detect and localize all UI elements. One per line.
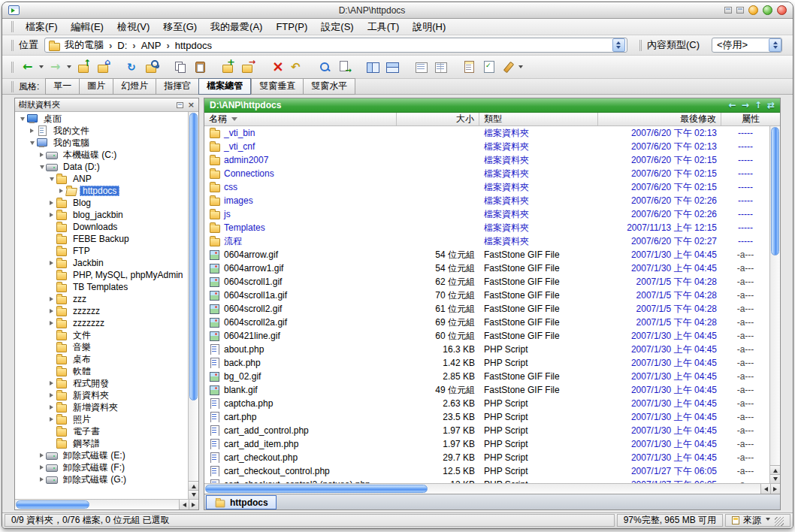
column-header-type[interactable]: 類型 (479, 113, 598, 125)
edit-button-icon[interactable] (498, 58, 518, 76)
tree-item[interactable]: zzz (15, 293, 188, 305)
file-row[interactable]: 0604scroll2.gif 61 位元組 FastStone GIF Fil… (204, 302, 769, 316)
style-tab[interactable]: 單一 (45, 78, 79, 95)
file-row[interactable]: bg_02.gif 2.85 KB FastStone GIF File 200… (204, 370, 769, 383)
toolbar-grip[interactable] (639, 40, 642, 51)
copy-to-folder-button-icon[interactable] (219, 58, 238, 76)
breadcrumb[interactable]: 我的電腦D:ANPhttpdocs (44, 38, 627, 53)
search-button-icon[interactable] (315, 58, 334, 76)
scrollbar-thumb[interactable] (205, 485, 428, 493)
title-bar[interactable]: D:\ANP\httpdocs (2, 2, 793, 19)
file-row[interactable]: css 檔案資料夾 2007/6/20 下午 02:15 ----- (204, 180, 769, 194)
scrollbar-thumb[interactable] (771, 127, 779, 255)
nav-forward-icon[interactable]: → (742, 101, 749, 110)
file-row[interactable]: cart_checkout_control.php 12.5 KB PHP Sc… (204, 464, 769, 478)
fullscreen-icon[interactable] (736, 7, 744, 14)
file-vertical-scrollbar[interactable] (769, 126, 780, 483)
tree-item[interactable]: 本機磁碟 (C:) (15, 149, 188, 161)
details-view-button-icon[interactable] (411, 58, 431, 76)
expand-arrow-icon[interactable] (57, 189, 65, 193)
tree-item[interactable]: Downloads (15, 221, 188, 233)
export-button-icon[interactable] (334, 58, 354, 76)
scroll-up-button[interactable] (770, 465, 780, 474)
file-row[interactable]: 0604arrow1.gif 54 位元組 FastStone GIF File… (204, 261, 769, 275)
menu-item[interactable]: 檢視(V) (110, 19, 156, 35)
file-row[interactable]: 0604scroll2a.gif 69 位元組 FastStone GIF Fi… (204, 316, 769, 329)
file-horizontal-scrollbar[interactable] (204, 483, 780, 494)
tree-item[interactable]: 卸除式磁碟 (G:) (15, 473, 188, 485)
source-selector[interactable]: 來源 (725, 514, 790, 527)
menu-item[interactable]: 工具(T) (361, 19, 407, 35)
expand-arrow-icon[interactable] (47, 309, 56, 313)
tree-item[interactable]: 卸除式磁碟 (F:) (15, 461, 188, 473)
file-row[interactable]: Templates 檔案資料夾 2007/11/13 上午 12:15 ----… (204, 221, 769, 234)
toolbar-grip[interactable] (11, 21, 14, 32)
breadcrumb-item[interactable]: D: (104, 40, 127, 51)
tree-item[interactable]: 桌布 (15, 353, 188, 365)
file-row[interactable]: _vti_cnf 檔案資料夾 2007/6/20 下午 02:13 ----- (204, 140, 769, 153)
toolbar-grip[interactable] (11, 62, 14, 73)
breadcrumb-item[interactable]: 我的電腦 (65, 38, 104, 52)
file-row[interactable]: cart_add_item.php 1.97 KB PHP Script 200… (204, 437, 769, 451)
file-row[interactable]: blank.gif 49 位元組 FastStone GIF File 2007… (204, 383, 769, 397)
breadcrumb-item[interactable]: httpdocs (161, 40, 212, 51)
forward-history-dropdown-icon[interactable] (66, 58, 74, 76)
tree-item[interactable]: 程式開發 (15, 377, 188, 389)
expand-arrow-icon[interactable] (38, 465, 46, 470)
tree-item[interactable]: FEBE Backup (15, 233, 188, 245)
tree-item[interactable]: zzzzzz (15, 305, 188, 317)
expand-arrow-icon[interactable] (18, 115, 26, 123)
folder-find-button-icon[interactable] (142, 58, 162, 76)
content-type-stepper[interactable] (769, 38, 781, 52)
paste-button-icon[interactable] (190, 58, 210, 76)
breadcrumb-item[interactable]: ANP (127, 40, 161, 51)
scroll-left-button[interactable] (760, 484, 770, 494)
menu-item[interactable]: 說明(H) (406, 19, 452, 35)
scroll-left-button[interactable] (179, 500, 189, 509)
scroll-down-button[interactable] (189, 490, 198, 499)
resize-grip[interactable] (775, 517, 784, 526)
move-to-folder-button-icon[interactable] (238, 58, 258, 76)
back-button-icon[interactable] (19, 58, 38, 76)
file-row[interactable]: back.php 1.42 KB PHP Script 2007/1/30 上午… (204, 356, 769, 370)
menu-item[interactable]: 移至(G) (156, 19, 204, 35)
expand-arrow-icon[interactable] (47, 381, 56, 385)
column-header-attributes[interactable]: 屬性 (721, 113, 780, 125)
tree-item[interactable]: Blog (15, 197, 188, 209)
file-row[interactable]: 流程 檔案資料夾 2007/6/20 下午 02:27 ----- (204, 234, 769, 248)
tree-item[interactable]: ANP (15, 173, 188, 185)
file-row[interactable]: cart.php 23.5 KB PHP Script 2007/1/30 上午… (204, 410, 769, 424)
stay-on-top-icon[interactable] (724, 7, 732, 14)
scrollbar-thumb[interactable] (16, 500, 89, 509)
back-history-dropdown-icon[interactable] (38, 58, 47, 76)
expand-arrow-icon[interactable] (38, 163, 46, 171)
style-tab[interactable]: 雙窗垂直 (251, 78, 303, 95)
expand-arrow-icon[interactable] (47, 417, 56, 422)
file-row[interactable]: 0604arrow.gif 54 位元組 FastStone GIF File … (204, 248, 769, 261)
expand-arrow-icon[interactable] (47, 175, 56, 183)
tree-item[interactable]: 文件 (15, 329, 188, 341)
expand-arrow-icon[interactable] (38, 477, 46, 482)
style-tab[interactable]: 指揮官 (156, 78, 198, 95)
nav-swap-icon[interactable]: ⇄ (767, 101, 775, 110)
expand-arrow-icon[interactable] (47, 261, 56, 265)
style-tab[interactable]: 幻燈片 (113, 78, 156, 95)
scrollbar-thumb[interactable] (189, 113, 198, 401)
style-tab[interactable]: 檔案總管 (198, 78, 251, 95)
expand-arrow-icon[interactable] (47, 321, 56, 325)
column-header-size[interactable]: 大小 (397, 113, 479, 125)
nav-back-icon[interactable]: ← (729, 101, 736, 110)
file-row[interactable]: about.php 16.3 KB PHP Script 2007/1/30 上… (204, 343, 769, 356)
file-row[interactable]: admin2007 檔案資料夾 2007/6/20 下午 02:15 ----- (204, 153, 769, 167)
tree-item[interactable]: 軟體 (15, 365, 188, 377)
delete-button-icon[interactable] (267, 58, 286, 76)
file-row[interactable]: Connections 檔案資料夾 2007/6/20 下午 02:15 ---… (204, 167, 769, 180)
tree-horizontal-scrollbar[interactable] (15, 499, 198, 509)
expand-arrow-icon[interactable] (47, 213, 56, 217)
column-header-name[interactable]: 名稱 (204, 113, 397, 125)
tree-item[interactable]: 電子書 (15, 425, 188, 437)
file-row[interactable]: _vti_bin 檔案資料夾 2007/6/20 下午 02:13 ----- (204, 126, 769, 140)
style-tab[interactable]: 雙窗水平 (303, 78, 355, 95)
forward-button-icon[interactable] (47, 58, 66, 76)
tree-item[interactable]: 桌面 (15, 113, 188, 125)
